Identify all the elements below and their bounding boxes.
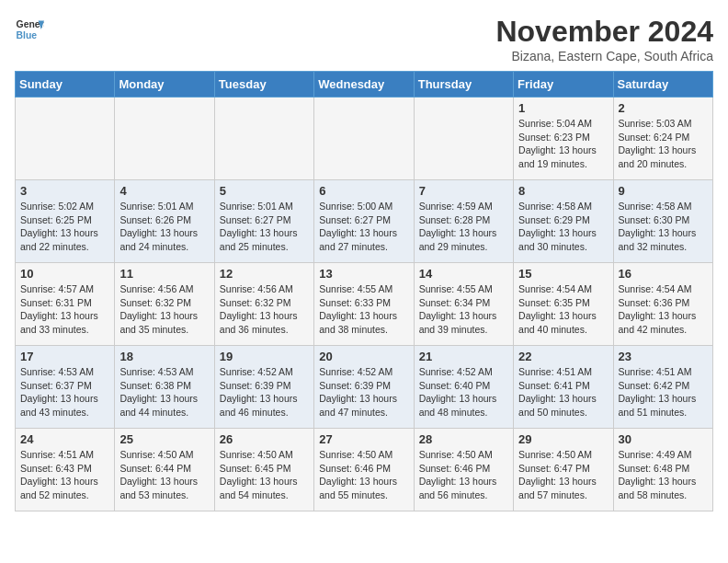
day-info: Sunrise: 4:50 AM Sunset: 6:46 PM Dayligh… (419, 448, 508, 502)
day-number: 11 (119, 267, 209, 281)
day-number: 17 (20, 350, 109, 363)
day-info: Sunrise: 4:52 AM Sunset: 6:39 PM Dayligh… (319, 365, 408, 419)
day-header-monday: Monday (115, 72, 214, 98)
day-number: 12 (220, 267, 309, 281)
calendar-cell: 2Sunrise: 5:03 AM Sunset: 6:24 PM Daylig… (613, 98, 712, 180)
calendar-cell (16, 98, 115, 180)
day-number: 24 (20, 432, 109, 446)
calendar-cell: 26Sunrise: 4:50 AM Sunset: 6:45 PM Dayli… (214, 429, 313, 511)
calendar-cell: 1Sunrise: 5:04 AM Sunset: 6:23 PM Daylig… (514, 98, 613, 180)
calendar-cell (314, 98, 414, 180)
day-info: Sunrise: 4:57 AM Sunset: 6:31 PM Dayligh… (20, 282, 109, 337)
day-header-saturday: Saturday (613, 72, 712, 98)
day-number: 9 (619, 184, 708, 198)
day-number: 4 (119, 184, 209, 198)
day-info: Sunrise: 4:52 AM Sunset: 6:39 PM Dayligh… (220, 365, 309, 419)
day-number: 13 (319, 267, 408, 281)
day-header-wednesday: Wednesday (314, 72, 414, 98)
day-info: Sunrise: 4:54 AM Sunset: 6:35 PM Dayligh… (518, 282, 608, 337)
calendar-cell: 14Sunrise: 4:55 AM Sunset: 6:34 PM Dayli… (414, 263, 513, 346)
day-number: 22 (518, 350, 608, 363)
calendar-cell: 24Sunrise: 4:51 AM Sunset: 6:43 PM Dayli… (16, 429, 115, 511)
calendar-cell: 17Sunrise: 4:53 AM Sunset: 6:37 PM Dayli… (16, 346, 115, 429)
day-number: 3 (20, 184, 109, 198)
day-number: 2 (619, 101, 708, 115)
day-header-tuesday: Tuesday (214, 72, 313, 98)
calendar-cell: 25Sunrise: 4:50 AM Sunset: 6:44 PM Dayli… (115, 429, 214, 511)
calendar-week-4: 17Sunrise: 4:53 AM Sunset: 6:37 PM Dayli… (16, 346, 713, 429)
day-info: Sunrise: 4:54 AM Sunset: 6:36 PM Dayligh… (619, 282, 708, 337)
day-info: Sunrise: 4:50 AM Sunset: 6:45 PM Dayligh… (220, 448, 309, 502)
day-info: Sunrise: 4:56 AM Sunset: 6:32 PM Dayligh… (119, 282, 209, 337)
day-info: Sunrise: 4:58 AM Sunset: 6:29 PM Dayligh… (518, 200, 608, 254)
day-number: 16 (619, 267, 708, 281)
day-info: Sunrise: 4:55 AM Sunset: 6:34 PM Dayligh… (419, 282, 508, 337)
calendar-cell: 21Sunrise: 4:52 AM Sunset: 6:40 PM Dayli… (414, 346, 513, 429)
day-info: Sunrise: 4:58 AM Sunset: 6:30 PM Dayligh… (619, 200, 708, 254)
day-info: Sunrise: 4:53 AM Sunset: 6:37 PM Dayligh… (20, 365, 109, 419)
calendar-cell: 7Sunrise: 4:59 AM Sunset: 6:28 PM Daylig… (414, 180, 513, 263)
day-number: 27 (319, 432, 408, 446)
day-info: Sunrise: 4:53 AM Sunset: 6:38 PM Dayligh… (119, 365, 209, 419)
day-info: Sunrise: 4:51 AM Sunset: 6:42 PM Dayligh… (619, 365, 708, 419)
day-info: Sunrise: 4:51 AM Sunset: 6:41 PM Dayligh… (518, 365, 608, 419)
day-info: Sunrise: 4:56 AM Sunset: 6:32 PM Dayligh… (220, 282, 309, 337)
calendar-body: 1Sunrise: 5:04 AM Sunset: 6:23 PM Daylig… (16, 98, 713, 511)
day-number: 30 (619, 432, 708, 446)
calendar-cell: 10Sunrise: 4:57 AM Sunset: 6:31 PM Dayli… (16, 263, 115, 346)
calendar-cell: 4Sunrise: 5:01 AM Sunset: 6:26 PM Daylig… (115, 180, 214, 263)
calendar-week-1: 1Sunrise: 5:04 AM Sunset: 6:23 PM Daylig… (16, 98, 713, 180)
day-info: Sunrise: 5:01 AM Sunset: 6:26 PM Dayligh… (119, 200, 209, 254)
day-number: 1 (518, 101, 608, 115)
calendar-week-3: 10Sunrise: 4:57 AM Sunset: 6:31 PM Dayli… (16, 263, 713, 346)
logo: General Blue (15, 15, 44, 44)
day-info: Sunrise: 4:59 AM Sunset: 6:28 PM Dayligh… (419, 200, 508, 254)
day-info: Sunrise: 4:55 AM Sunset: 6:33 PM Dayligh… (319, 282, 408, 337)
calendar-week-2: 3Sunrise: 5:02 AM Sunset: 6:25 PM Daylig… (16, 180, 713, 263)
month-title: November 2024 (495, 15, 713, 49)
day-info: Sunrise: 5:04 AM Sunset: 6:23 PM Dayligh… (518, 117, 608, 171)
calendar-cell: 8Sunrise: 4:58 AM Sunset: 6:29 PM Daylig… (514, 180, 613, 263)
location-title: Bizana, Eastern Cape, South Africa (495, 49, 713, 63)
day-number: 26 (220, 432, 309, 446)
day-info: Sunrise: 5:00 AM Sunset: 6:27 PM Dayligh… (319, 200, 408, 254)
calendar-week-5: 24Sunrise: 4:51 AM Sunset: 6:43 PM Dayli… (16, 429, 713, 511)
calendar-cell: 30Sunrise: 4:49 AM Sunset: 6:48 PM Dayli… (613, 429, 712, 511)
calendar-cell: 15Sunrise: 4:54 AM Sunset: 6:35 PM Dayli… (514, 263, 613, 346)
calendar-cell: 11Sunrise: 4:56 AM Sunset: 6:32 PM Dayli… (115, 263, 214, 346)
title-area: November 2024 Bizana, Eastern Cape, Sout… (495, 15, 713, 63)
calendar-cell: 3Sunrise: 5:02 AM Sunset: 6:25 PM Daylig… (16, 180, 115, 263)
header: General Blue November 2024 Bizana, Easte… (15, 15, 713, 63)
svg-text:Blue: Blue (17, 30, 38, 40)
calendar-cell: 16Sunrise: 4:54 AM Sunset: 6:36 PM Dayli… (613, 263, 712, 346)
day-info: Sunrise: 4:51 AM Sunset: 6:43 PM Dayligh… (20, 448, 109, 502)
day-number: 18 (119, 350, 209, 363)
calendar-cell: 27Sunrise: 4:50 AM Sunset: 6:46 PM Dayli… (314, 429, 414, 511)
calendar-cell: 22Sunrise: 4:51 AM Sunset: 6:41 PM Dayli… (514, 346, 613, 429)
day-number: 20 (319, 350, 408, 363)
day-info: Sunrise: 4:52 AM Sunset: 6:40 PM Dayligh… (419, 365, 508, 419)
day-number: 28 (419, 432, 508, 446)
calendar-cell: 19Sunrise: 4:52 AM Sunset: 6:39 PM Dayli… (214, 346, 313, 429)
calendar-cell: 28Sunrise: 4:50 AM Sunset: 6:46 PM Dayli… (414, 429, 513, 511)
day-number: 23 (619, 350, 708, 363)
calendar-cell: 9Sunrise: 4:58 AM Sunset: 6:30 PM Daylig… (613, 180, 712, 263)
day-number: 29 (518, 432, 608, 446)
calendar-cell: 18Sunrise: 4:53 AM Sunset: 6:38 PM Dayli… (115, 346, 214, 429)
calendar-cell (115, 98, 214, 180)
calendar-cell: 23Sunrise: 4:51 AM Sunset: 6:42 PM Dayli… (613, 346, 712, 429)
day-info: Sunrise: 4:50 AM Sunset: 6:47 PM Dayligh… (518, 448, 608, 502)
day-header-thursday: Thursday (414, 72, 513, 98)
day-info: Sunrise: 5:01 AM Sunset: 6:27 PM Dayligh… (220, 200, 309, 254)
day-number: 14 (419, 267, 508, 281)
day-info: Sunrise: 5:02 AM Sunset: 6:25 PM Dayligh… (20, 200, 109, 254)
calendar-cell: 5Sunrise: 5:01 AM Sunset: 6:27 PM Daylig… (214, 180, 313, 263)
calendar-table: SundayMondayTuesdayWednesdayThursdayFrid… (15, 71, 713, 511)
day-header-friday: Friday (514, 72, 613, 98)
calendar-cell: 6Sunrise: 5:00 AM Sunset: 6:27 PM Daylig… (314, 180, 414, 263)
calendar-cell: 13Sunrise: 4:55 AM Sunset: 6:33 PM Dayli… (314, 263, 414, 346)
calendar-header-row: SundayMondayTuesdayWednesdayThursdayFrid… (16, 72, 713, 98)
calendar-cell: 20Sunrise: 4:52 AM Sunset: 6:39 PM Dayli… (314, 346, 414, 429)
day-info: Sunrise: 4:49 AM Sunset: 6:48 PM Dayligh… (619, 448, 708, 502)
day-info: Sunrise: 4:50 AM Sunset: 6:44 PM Dayligh… (119, 448, 209, 502)
